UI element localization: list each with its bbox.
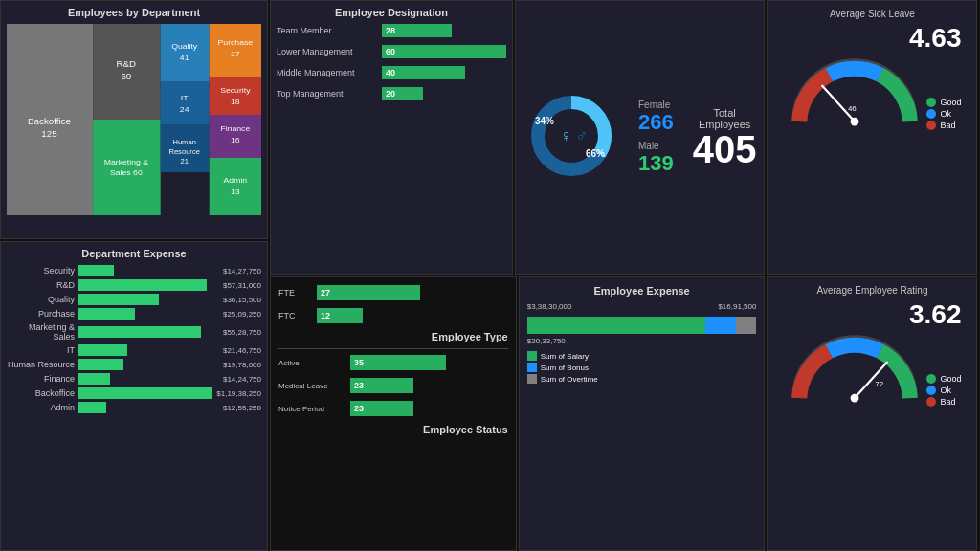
svg-rect-12 [161, 81, 210, 124]
svg-text:13: 13 [231, 187, 240, 196]
emp-status-bar-fill: 35 [350, 355, 446, 370]
emp-status-label: Notice Period [278, 405, 350, 413]
dept-bar-fill [78, 265, 114, 276]
dept-label: Finance [7, 374, 78, 384]
dept-expense-row: Admin $12,55,250 [7, 402, 261, 413]
emp-type-row: FTC 12 [278, 308, 508, 323]
desig-row: Top Management 20 [277, 87, 506, 100]
legend-salary-label: Sum of Salary [541, 352, 589, 361]
dept-expense-bars: Security $14,27,750 R&D $57,31,000 Quali… [7, 265, 261, 413]
dept-bar-fill [78, 294, 159, 305]
emp-status-val: 23 [354, 381, 364, 390]
gender-stats-panel: 34% 66% ♀ ♂ Female 266 Male [515, 0, 765, 275]
svg-text:41: 41 [180, 53, 189, 62]
svg-text:♂: ♂ [575, 126, 589, 145]
emp-type-bars: FTE 27 FTC 12 [278, 285, 508, 323]
svg-text:R&D: R&D [117, 58, 137, 69]
middle-top: Employee Designation Team Member 28 Lowe… [270, 0, 765, 275]
total-label: Total Employees [693, 107, 757, 130]
emp-type-val: 12 [321, 311, 330, 320]
left-column: Employees by Department Backoffice 125 R… [0, 0, 268, 551]
designation-title: Employee Designation [277, 7, 506, 18]
svg-text:Sales 60: Sales 60 [110, 167, 143, 177]
dept-value: $12,55,250 [223, 404, 261, 412]
dept-bar-track [78, 344, 219, 356]
dept-expense-row: Quality $36,15,500 [7, 294, 261, 305]
emp-status-label: Medical Leave [278, 382, 350, 390]
desig-label: Top Management [277, 89, 382, 99]
desig-bar-fill: 20 [382, 87, 423, 100]
legend-overtime-label: Sum of Overtime [541, 375, 598, 384]
dept-value: $21,46,750 [223, 346, 261, 355]
dept-label: Admin [7, 403, 78, 412]
svg-text:125: 125 [41, 128, 56, 139]
female-block: Female 266 [638, 99, 674, 135]
dept-expense-row: Finance $14,24,750 [7, 373, 261, 385]
legend-ok-er-label: Ok [940, 386, 951, 395]
svg-text:60: 60 [121, 71, 131, 81]
legend-good-er: Good [926, 374, 961, 384]
treemap-svg: Backoffice 125 R&D 60 Marketing & Sales … [7, 24, 261, 215]
dept-value: $19,78,000 [223, 361, 261, 369]
svg-text:Resource: Resource [168, 147, 199, 156]
designation-bars: Team Member 28 Lower Management 60 Middl… [277, 24, 506, 100]
treemap-panel: Employees by Department Backoffice 125 R… [0, 0, 268, 239]
dept-bar-fill [78, 279, 207, 291]
desig-label: Middle Management [277, 68, 382, 77]
dept-bar-fill [78, 359, 123, 370]
emp-type-title: Employee Type [278, 331, 508, 342]
emp-type-label: FTE [278, 288, 317, 298]
dept-value: $57,31,000 [223, 281, 261, 290]
dept-value: $14,27,750 [223, 267, 261, 276]
emp-rating-gauge-area: 72 Good Ok Bad [783, 330, 961, 407]
svg-text:Purchase: Purchase [218, 37, 254, 47]
legend-ok-sl: Ok [926, 109, 961, 119]
total-employees-block: Total Employees 405 [693, 107, 757, 168]
dept-value: $36,15,500 [223, 296, 261, 304]
emp-status-bar-fill: 23 [350, 401, 413, 416]
desig-row: Middle Management 40 [277, 66, 506, 79]
gender-donut-svg: 34% 66% ♀ ♂ [523, 88, 619, 184]
emp-status-bar-fill: 23 [350, 378, 413, 393]
sick-leave-value: 4.63 [775, 23, 961, 54]
emp-status-row: Medical Leave 23 [278, 378, 508, 393]
dept-bar-fill [78, 387, 212, 399]
treemap-container: Backoffice 125 R&D 60 Marketing & Sales … [7, 24, 261, 215]
dashboard: Employees by Department Backoffice 125 R… [0, 0, 980, 551]
treemap-title: Employees by Department [7, 7, 261, 18]
svg-text:21: 21 [180, 157, 188, 165]
svg-rect-22 [210, 77, 261, 115]
svg-text:Human: Human [172, 138, 195, 146]
dept-label: Backoffice [7, 388, 78, 398]
desig-bar-fill: 40 [382, 66, 465, 79]
emp-status-row: Notice Period 23 [278, 401, 508, 416]
sick-leave-legend: Good Ok Bad [926, 98, 961, 130]
donut-area: 34% 66% ♀ ♂ Female 266 Male [523, 88, 756, 187]
dept-expense-row: Backoffice $1,19,38,250 [7, 387, 261, 399]
legend-bad-er: Bad [926, 397, 961, 407]
sick-leave-gauge-svg: 46 [783, 54, 926, 130]
dept-value: $1,19,38,250 [216, 389, 261, 398]
legend-good-sl: Good [926, 98, 961, 107]
female-count: 266 [638, 110, 674, 135]
dept-bar-fill [78, 308, 135, 320]
dept-bar-track [78, 387, 212, 399]
desig-val: 60 [386, 47, 395, 56]
expense-panel: Employee Expense $3,38,30,000 $16,91,500… [519, 276, 766, 551]
svg-text:66%: 66% [586, 148, 605, 159]
dept-bar-fill [78, 402, 106, 413]
emp-type-label: FTC [278, 311, 317, 320]
svg-point-41 [851, 394, 859, 403]
svg-text:IT: IT [181, 93, 189, 102]
middle-bottom: FTE 27 FTC 12 Employee Type Active 35 Me… [270, 276, 765, 551]
dept-label: IT [7, 345, 78, 355]
dept-label: Purchase [7, 309, 78, 319]
expense-label-1: $3,38,30,000 [527, 302, 572, 311]
female-label: Female [638, 99, 674, 110]
svg-text:27: 27 [231, 49, 240, 58]
total-value: 405 [693, 130, 757, 168]
legend-bonus-label: Sum of Bonus [541, 364, 589, 372]
dept-bar-fill [78, 373, 110, 385]
dept-expense-title: Department Expense [7, 248, 261, 259]
male-label: Male [638, 141, 674, 151]
